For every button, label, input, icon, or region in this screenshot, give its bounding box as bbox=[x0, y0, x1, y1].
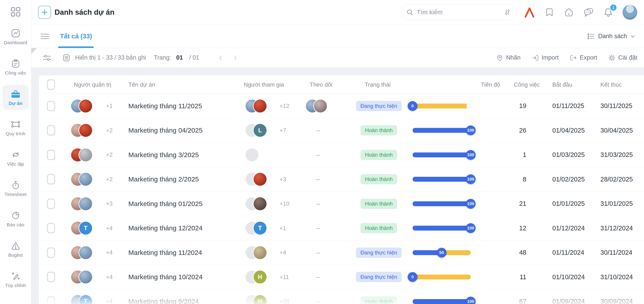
brand-logo-icon[interactable] bbox=[524, 6, 535, 18]
progress-slider[interactable]: 100 bbox=[412, 289, 471, 304]
table-row[interactable]: T +4 Marketing tháng 12/2024 T +1 -- Hoà… bbox=[39, 216, 644, 241]
project-name-link[interactable]: Marketing tháng 04/2025 bbox=[128, 118, 202, 143]
progress-knob[interactable]: 100 bbox=[466, 150, 476, 160]
sidebar-item-reports[interactable]: Báo cáo bbox=[3, 206, 28, 231]
project-name-link[interactable]: Marketing tháng 3/2025 bbox=[128, 143, 199, 167]
view-switcher[interactable]: Danh sách bbox=[586, 24, 636, 48]
export-button[interactable]: Export bbox=[569, 54, 597, 62]
progress-knob[interactable]: 50 bbox=[437, 248, 446, 258]
project-name-link[interactable]: Marketing tháng 11/2025 bbox=[128, 94, 202, 118]
labels-button[interactable]: Nhãn bbox=[496, 54, 520, 62]
row-checkbox[interactable] bbox=[47, 150, 55, 160]
sidebar-item-customize[interactable]: Tùy chỉnh bbox=[3, 267, 28, 292]
chat-icon[interactable] bbox=[583, 7, 594, 18]
row-checkbox[interactable] bbox=[47, 125, 55, 136]
filter-sliders-icon[interactable] bbox=[42, 48, 52, 67]
sidebar-item-recurring[interactable]: Việc lặp bbox=[3, 146, 28, 170]
row-checkbox[interactable] bbox=[47, 174, 55, 184]
row-checkbox[interactable] bbox=[47, 223, 55, 233]
participant-avatars bbox=[246, 167, 266, 192]
admin-avatars bbox=[71, 94, 92, 118]
sidebar-item-workflow[interactable]: Quy trình bbox=[3, 115, 28, 140]
progress-knob[interactable]: 100 bbox=[466, 126, 476, 135]
progress-knob[interactable]: 100 bbox=[466, 297, 476, 304]
progress-track: 100 bbox=[412, 152, 471, 157]
import-button[interactable]: Import bbox=[531, 54, 559, 62]
sidebar-item-buglist[interactable]: Buglist bbox=[3, 237, 28, 262]
col-progress[interactable]: Tiến độ bbox=[481, 75, 500, 94]
col-members[interactable]: Người tham gia bbox=[244, 75, 284, 94]
progress-track: 100 bbox=[412, 299, 471, 304]
progress-knob[interactable]: 100 bbox=[466, 174, 476, 184]
prev-page-button[interactable] bbox=[217, 48, 224, 67]
col-start[interactable]: Bắt đầu bbox=[552, 75, 572, 94]
progress-knob[interactable]: 0 bbox=[408, 272, 418, 282]
select-all-checkbox[interactable] bbox=[47, 79, 55, 90]
col-follow[interactable]: Theo dõi bbox=[310, 75, 332, 94]
avatar: H bbox=[254, 271, 266, 284]
menu-icon[interactable] bbox=[40, 32, 51, 41]
home-icon[interactable] bbox=[564, 7, 574, 18]
progress-knob[interactable]: 100 bbox=[466, 223, 476, 233]
progress-slider[interactable]: 0 bbox=[412, 94, 471, 118]
table-row[interactable]: +2 Marketing tháng 3/2025 -- Hoàn thành … bbox=[39, 143, 644, 167]
progress-knob[interactable]: 100 bbox=[466, 199, 476, 209]
row-checkbox[interactable] bbox=[47, 199, 55, 209]
col-admin[interactable]: Người quản trị bbox=[74, 75, 111, 94]
avatar bbox=[79, 124, 92, 137]
col-tasks[interactable]: Công việc bbox=[514, 75, 540, 94]
progress-slider[interactable]: 100 bbox=[412, 143, 471, 167]
project-name-link[interactable]: Marketing tháng 10/2024 bbox=[128, 265, 202, 290]
col-status[interactable]: Trạng thái bbox=[365, 75, 391, 94]
search-filter-icon[interactable] bbox=[503, 8, 512, 16]
avatar bbox=[254, 197, 266, 210]
tab-all[interactable]: Tất cả (33) bbox=[60, 24, 92, 48]
admin-avatars bbox=[71, 240, 92, 265]
record-list-icon[interactable] bbox=[62, 48, 71, 67]
col-end[interactable]: Kết thúc bbox=[600, 75, 622, 94]
project-name-link[interactable]: Marketing tháng 2/2025 bbox=[128, 167, 199, 192]
avatar bbox=[79, 271, 92, 284]
table-row[interactable]: T +4 Marketing tháng 9/2024 H +26 -- Hoà… bbox=[39, 289, 644, 304]
toolbar: Hiển thị 1 - 33 / 33 bản ghi Trang: 01 /… bbox=[31, 48, 644, 67]
col-name[interactable]: Tên dự án bbox=[128, 75, 155, 94]
apps-grid-icon[interactable] bbox=[9, 5, 22, 19]
search-icon bbox=[406, 8, 414, 16]
task-count: 21 bbox=[511, 191, 526, 216]
row-checkbox[interactable] bbox=[47, 101, 55, 111]
project-name-link[interactable]: Marketing tháng 12/2024 bbox=[128, 216, 202, 241]
row-checkbox[interactable] bbox=[47, 297, 55, 304]
row-checkbox[interactable] bbox=[47, 248, 55, 258]
table-row[interactable]: +4 Marketing tháng 11/2024 +4 -- Đang th… bbox=[39, 240, 644, 265]
progress-slider[interactable]: 100 bbox=[412, 216, 471, 241]
progress-slider[interactable]: 50 bbox=[412, 240, 471, 265]
sidebar-item-timesheet[interactable]: Timesheet bbox=[3, 176, 28, 201]
project-name-link[interactable]: Marketing tháng 01/2025 bbox=[128, 191, 202, 216]
progress-slider[interactable]: 0 bbox=[412, 265, 471, 290]
table-row[interactable]: +2 Marketing tháng 04/2025 L +7 -- Hoàn … bbox=[39, 118, 644, 143]
project-name-link[interactable]: Marketing tháng 9/2024 bbox=[128, 289, 199, 304]
row-checkbox[interactable] bbox=[47, 272, 55, 282]
sidebar-item-dashboard[interactable]: Dashboard bbox=[3, 24, 28, 49]
search-input[interactable] bbox=[417, 9, 500, 16]
settings-button[interactable]: Cài đặt bbox=[608, 54, 637, 62]
project-name-link[interactable]: Marketing tháng 11/2024 bbox=[128, 240, 202, 265]
bell-icon[interactable]: 1 bbox=[603, 7, 614, 18]
table-row[interactable]: +1 Marketing tháng 11/2025 +12 Đang thực… bbox=[39, 94, 644, 118]
next-page-button[interactable] bbox=[232, 48, 238, 67]
progress-knob[interactable]: 0 bbox=[408, 101, 418, 111]
table-row[interactable]: +2 Marketing tháng 2/2025 +3 -- Hoàn thà… bbox=[39, 167, 644, 192]
progress-slider[interactable]: 100 bbox=[412, 191, 471, 216]
add-project-button[interactable] bbox=[38, 6, 51, 19]
bookmark-icon[interactable] bbox=[544, 7, 554, 17]
sidebar-item-tasks[interactable]: Công việc bbox=[3, 54, 28, 79]
sidebar-item-projects[interactable]: Dự án bbox=[3, 85, 28, 110]
user-avatar[interactable] bbox=[622, 5, 637, 20]
table-row[interactable]: +3 Marketing tháng 01/2025 +10 -- Hoàn t… bbox=[39, 191, 644, 216]
progress-track: 100 bbox=[412, 201, 471, 206]
task-count: 8 bbox=[511, 167, 526, 192]
progress-slider[interactable]: 100 bbox=[412, 167, 471, 192]
table-row[interactable]: +4 Marketing tháng 10/2024 H +11 -- Đang… bbox=[39, 265, 644, 290]
progress-slider[interactable]: 100 bbox=[412, 118, 471, 143]
page-current[interactable]: 01 bbox=[176, 48, 183, 67]
